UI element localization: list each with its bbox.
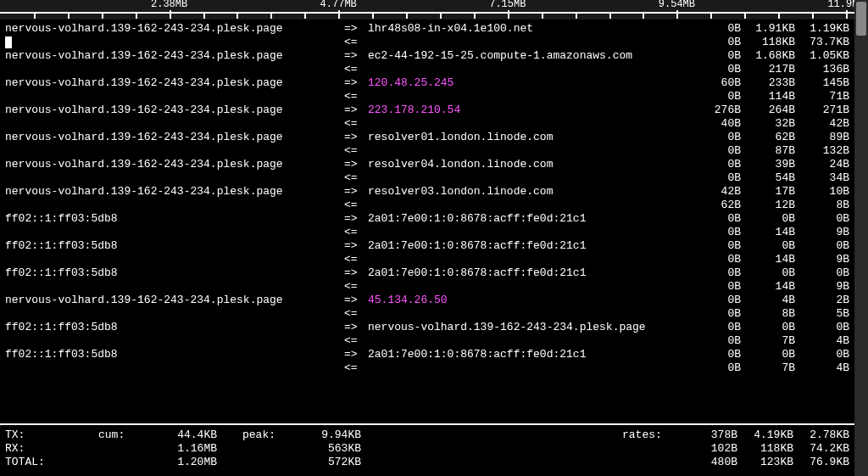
- rate-column: 1.19KB: [795, 22, 849, 36]
- arrow-left-icon: <=: [344, 117, 368, 131]
- connection-row[interactable]: <=0B7B4B: [5, 361, 849, 375]
- connection-source: [5, 199, 344, 212]
- rate-column: 0B: [795, 266, 849, 280]
- scale-label: 7.15MB: [489, 0, 526, 10]
- rate-value: 4.19KB: [737, 428, 793, 442]
- connection-row[interactable]: <=0B14B9B: [5, 226, 849, 239]
- arrow-right-icon: =>: [344, 158, 368, 171]
- connection-row[interactable]: nervous-volhard.139-162-243-234.plesk.pa…: [5, 131, 849, 144]
- connection-row[interactable]: <=0B14B9B: [5, 253, 849, 266]
- peak-label: [242, 456, 305, 469]
- rate-column: 0B: [687, 294, 741, 307]
- connection-row[interactable]: <=62B12B8B: [5, 199, 849, 212]
- rate-column: 0B: [687, 144, 741, 158]
- scale-tick-minor: [203, 12, 205, 19]
- arrow-left-icon: <=: [344, 63, 368, 76]
- rate-column: 0B: [687, 212, 741, 226]
- connection-destination: [368, 144, 687, 158]
- connection-row[interactable]: ff02::1:ff03:5db8=>2a01:7e00:1:0:8678:ac…: [5, 348, 849, 361]
- rate-column: 9B: [795, 226, 849, 239]
- connection-destination: [368, 307, 687, 321]
- connection-row[interactable]: nervous-volhard.139-162-243-234.plesk.pa…: [5, 104, 849, 117]
- scrollbar-thumb[interactable]: [856, 2, 866, 36]
- connection-destination: resolver03.london.linode.com: [368, 185, 687, 199]
- rate-column: 0B: [687, 171, 741, 185]
- connection-source: nervous-volhard.139-162-243-234.plesk.pa…: [5, 131, 344, 144]
- rate-column: 42B: [795, 117, 849, 131]
- connection-destination: 45.134.26.50: [368, 294, 687, 307]
- rate-column: 62B: [687, 199, 741, 212]
- cum-value: 44.4KB: [161, 428, 217, 442]
- connection-row[interactable]: nervous-volhard.139-162-243-234.plesk.pa…: [5, 158, 849, 171]
- connection-source: ff02::1:ff03:5db8: [5, 212, 344, 226]
- peak-value: 563KB: [305, 442, 361, 456]
- rate-column: 0B: [795, 321, 849, 334]
- connection-row[interactable]: ff02::1:ff03:5db8=>2a01:7e00:1:0:8678:ac…: [5, 212, 849, 226]
- connection-row[interactable]: nervous-volhard.139-162-243-234.plesk.pa…: [5, 76, 849, 90]
- rate-column: 4B: [795, 361, 849, 375]
- arrow-left-icon: <=: [344, 90, 368, 104]
- connection-source: nervous-volhard.139-162-243-234.plesk.pa…: [5, 158, 344, 171]
- rate-column: 1.05KB: [795, 49, 849, 63]
- connection-destination: [368, 63, 687, 76]
- rate-value: 74.2KB: [793, 442, 849, 456]
- rate-column: 0B: [687, 334, 741, 348]
- scale-tick-major: [170, 10, 171, 19]
- connection-destination: [368, 334, 687, 348]
- rate-column: 4B: [741, 294, 795, 307]
- connection-row[interactable]: <=40B32B42B: [5, 117, 849, 131]
- arrow-left-icon: <=: [344, 280, 368, 294]
- connection-row[interactable]: <=0B54B34B: [5, 171, 849, 185]
- connection-source: [5, 90, 344, 104]
- rate-column: 12B: [741, 199, 795, 212]
- rate-column: 0B: [687, 36, 741, 49]
- connection-row[interactable]: <=0B114B71B: [5, 90, 849, 104]
- connection-destination: [368, 280, 687, 294]
- rate-column: 9B: [795, 280, 849, 294]
- rate-column: 14B: [741, 280, 795, 294]
- connection-row[interactable]: nervous-volhard.139-162-243-234.plesk.pa…: [5, 22, 849, 36]
- connection-destination: [368, 253, 687, 266]
- rate-column: 14B: [741, 253, 795, 266]
- connection-row[interactable]: nervous-volhard.139-162-243-234.plesk.pa…: [5, 185, 849, 199]
- rate-column: 217B: [741, 63, 795, 76]
- connection-destination: [368, 171, 687, 185]
- rate-column: 118KB: [741, 36, 795, 49]
- connection-source: [5, 144, 344, 158]
- scale-tick-minor: [34, 12, 36, 19]
- connection-destination: [368, 226, 687, 239]
- connection-row[interactable]: <=0B87B132B: [5, 144, 849, 158]
- connection-destination: ec2-44-192-15-25.compute-1.amazonaws.com: [368, 49, 687, 63]
- rate-column: 1.91KB: [741, 22, 795, 36]
- connection-source: nervous-volhard.139-162-243-234.plesk.pa…: [5, 76, 344, 90]
- rate-column: 62B: [741, 131, 795, 144]
- cum-label: cum:: [98, 428, 161, 442]
- peak-value: 572KB: [305, 456, 361, 469]
- arrow-left-icon: <=: [344, 253, 368, 266]
- scale-tick-minor: [102, 12, 103, 19]
- scale-tick-minor: [744, 12, 746, 19]
- connection-row[interactable]: nervous-volhard.139-162-243-234.plesk.pa…: [5, 294, 849, 307]
- rate-column: 114B: [741, 90, 795, 104]
- rate-value: 76.9KB: [793, 456, 849, 469]
- vertical-scrollbar[interactable]: [854, 0, 868, 476]
- rate-value: 480B: [682, 456, 737, 469]
- connection-source: ff02::1:ff03:5db8: [5, 239, 344, 253]
- rate-column: 1.68KB: [741, 49, 795, 63]
- connection-row[interactable]: <=0B14B9B: [5, 280, 849, 294]
- connection-destination: [368, 36, 687, 49]
- connection-row[interactable]: ff02::1:ff03:5db8=>2a01:7e00:1:0:8678:ac…: [5, 239, 849, 253]
- connection-row[interactable]: ff02::1:ff03:5db8=>2a01:7e00:1:0:8678:ac…: [5, 266, 849, 280]
- rate-column: 0B: [687, 63, 741, 76]
- rate-value: 378B: [682, 428, 737, 442]
- connection-row[interactable]: <=0B8B5B: [5, 307, 849, 321]
- connection-source: ff02::1:ff03:5db8: [5, 348, 344, 361]
- connection-row[interactable]: nervous-volhard.139-162-243-234.plesk.pa…: [5, 49, 849, 63]
- scale-tick-minor: [440, 12, 442, 19]
- rate-column: 0B: [795, 348, 849, 361]
- rate-column: 0B: [687, 307, 741, 321]
- connection-row[interactable]: ff02::1:ff03:5db8=>nervous-volhard.139-1…: [5, 321, 849, 334]
- connection-row[interactable]: <=0B7B4B: [5, 334, 849, 348]
- connection-row[interactable]: <=0B217B136B: [5, 63, 849, 76]
- connection-row[interactable]: <=0B118KB73.7KB: [5, 36, 849, 49]
